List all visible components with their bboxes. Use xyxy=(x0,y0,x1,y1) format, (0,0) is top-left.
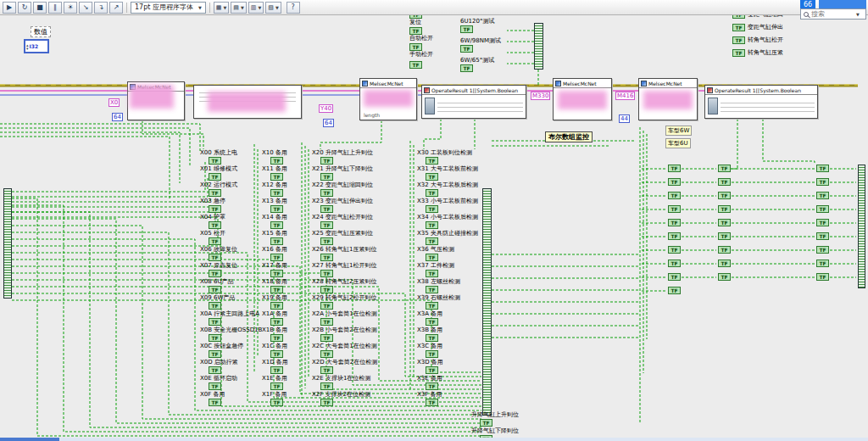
boolean-terminal[interactable]: TF xyxy=(426,350,438,358)
signal-row[interactable]: X24 变距气缸松开到位 TF xyxy=(312,214,377,230)
boolean-terminal[interactable]: TF xyxy=(320,237,333,245)
signal-row[interactable]: X1B 备用 TF xyxy=(262,327,288,343)
boolean-terminal[interactable]: TF xyxy=(426,173,438,181)
boolean-terminal[interactable]: TF xyxy=(209,237,221,245)
signal-label[interactable]: X28 转角气缸2压紧到位 xyxy=(312,278,377,286)
boolean-terminal[interactable]: TF xyxy=(409,61,422,69)
free-label-bool-monitor[interactable]: 布尔数组监控 xyxy=(545,131,593,142)
string-constant-m416[interactable]: M416 xyxy=(615,92,635,100)
signal-row[interactable]: X09 6W产品 TF xyxy=(200,294,262,310)
signal-label[interactable]: X07 原点复位 xyxy=(200,262,262,270)
signal-row[interactable]: X3C 备用 TF xyxy=(417,343,478,359)
signal-label[interactable]: X3F 备用 xyxy=(417,391,478,399)
signal-label[interactable]: 升降气缸上升到位 xyxy=(471,411,519,419)
boolean-terminal[interactable]: TF xyxy=(668,273,681,281)
signal-row[interactable]: X3B 备用 TF xyxy=(417,327,478,343)
signal-row[interactable]: X26 转角气缸1压紧到位 TF xyxy=(312,246,377,262)
signal-row[interactable]: X1D 备用 TF xyxy=(262,359,288,375)
signal-row[interactable]: X31 大号工装板前检测 TF xyxy=(417,165,478,181)
signal-label[interactable]: X0F 备用 xyxy=(200,391,262,399)
signal-row[interactable]: X2F 支撑块2在位检测 TF xyxy=(312,391,377,407)
signal-row[interactable]: X3E 备用 TF xyxy=(417,375,478,391)
boolean-terminal[interactable]: TF xyxy=(209,399,221,406)
signal-row[interactable]: X2C 大号套筒1在位检测 TF xyxy=(312,343,377,359)
boolean-terminal[interactable]: TF xyxy=(668,260,681,267)
toolbar-dropdown-button[interactable]: ▥▼ xyxy=(248,2,264,14)
signal-label[interactable]: X3C 备用 xyxy=(417,343,478,350)
boolean-terminal[interactable]: TF xyxy=(816,260,829,267)
boolean-array-terminal-right[interactable] xyxy=(858,165,865,288)
boolean-terminal[interactable]: TF xyxy=(320,382,333,390)
font-selector[interactable]: 17pt 应用程序字体▼ xyxy=(131,2,206,14)
signal-row[interactable]: X1F 备用 TF xyxy=(262,391,288,407)
signal-row[interactable]: X34 小号工装板后检测 TF xyxy=(417,214,478,230)
boolean-terminal[interactable]: TF xyxy=(426,382,438,390)
toolbar-dropdown-button[interactable]: ▦▼ xyxy=(214,2,229,14)
signal-row[interactable]: X20 升降气缸上升到位 TF xyxy=(312,149,377,165)
boolean-terminal[interactable]: TF xyxy=(718,232,731,240)
boolean-terminal[interactable]: TF xyxy=(668,246,681,254)
boolean-terminal[interactable]: TF xyxy=(320,157,333,165)
toolbar-button[interactable]: ↻ xyxy=(18,2,31,14)
boolean-array-terminal-left[interactable] xyxy=(3,188,12,299)
boolean-terminal[interactable]: TF xyxy=(320,366,333,374)
signal-row[interactable]: X12 备用 TF xyxy=(262,181,288,198)
signal-row[interactable]: X38 左螺丝检测 TF xyxy=(417,278,478,294)
search-input[interactable] xyxy=(811,10,854,18)
boolean-terminal[interactable]: TF xyxy=(426,399,438,406)
toolbar-dropdown-button[interactable]: ▧▼ xyxy=(265,2,281,14)
terminal-label[interactable]: 6U120°测试 xyxy=(460,18,501,25)
signal-label[interactable]: X2D 大号套筒2在位检测 xyxy=(312,359,377,366)
signal-label[interactable]: X2E 支撑块1在位检测 xyxy=(312,375,377,382)
boolean-terminal[interactable]: TF xyxy=(320,302,333,310)
boolean-terminal[interactable]: TF xyxy=(209,270,221,277)
toolbar-button[interactable]: ■ xyxy=(33,2,47,14)
signal-label[interactable]: X1E 备用 xyxy=(262,375,288,382)
property-node[interactable] xyxy=(193,85,302,119)
boolean-terminal[interactable]: TF xyxy=(718,192,731,199)
signal-label[interactable]: X39 右螺丝检测 xyxy=(417,294,478,302)
terminal-label[interactable]: 转角气缸松开 xyxy=(748,36,783,44)
signal-label[interactable]: X27 转角气缸1松开到位 xyxy=(312,262,377,270)
boolean-with-label[interactable]: TF 变距气缸伸出 xyxy=(732,21,783,34)
signal-row[interactable]: X08 6U产品 TF xyxy=(200,278,262,294)
boolean-terminal[interactable]: TF xyxy=(270,205,283,213)
boolean-terminal[interactable]: TF xyxy=(718,260,731,267)
boolean-terminal[interactable]: TF xyxy=(320,173,333,181)
signal-label[interactable]: X11 备用 xyxy=(262,165,288,173)
signal-label[interactable]: X08 6U产品 xyxy=(200,278,262,286)
signal-label[interactable]: X0E 循环启动 xyxy=(200,375,262,382)
signal-label[interactable]: X1F 备用 xyxy=(262,391,288,399)
signal-row[interactable]: X39 右螺丝检测 TF xyxy=(417,294,478,310)
boolean-terminal[interactable]: TF xyxy=(718,246,731,254)
boolean-terminal[interactable]: TF xyxy=(320,270,333,277)
melsec-node-3[interactable]: MelsecMcNet xyxy=(553,78,612,120)
boolean-terminal[interactable]: TF xyxy=(718,178,731,186)
help-button[interactable]: ? xyxy=(287,2,300,14)
signal-label[interactable]: X0A 拧紧主回路上电A xyxy=(200,310,262,318)
boolean-terminal[interactable]: TF xyxy=(816,219,829,226)
operate-result-node-1[interactable]: OperateResult 1[[System.Boolean xyxy=(421,85,526,119)
signal-row[interactable]: X22 变距气缸缩回到位 TF xyxy=(312,181,377,198)
boolean-terminal[interactable]: TF xyxy=(426,254,438,261)
boolean-terminal[interactable]: TF xyxy=(426,334,438,342)
toolbar-button[interactable]: ☀ xyxy=(64,2,77,14)
signal-row[interactable]: X2A 小号套筒1在位检测 TF xyxy=(312,310,377,327)
boolean-terminal[interactable]: TF xyxy=(426,189,438,197)
signal-row[interactable]: X14 备用 TF xyxy=(262,214,288,230)
boolean-terminal[interactable]: TF xyxy=(270,399,283,406)
signal-label[interactable]: X15 备用 xyxy=(262,230,288,237)
signal-row[interactable]: X33 小号工装板前检测 TF xyxy=(417,198,478,214)
boolean-with-label[interactable]: TF 转角气缸压紧 xyxy=(732,47,783,59)
terminal-label[interactable]: 变距气缸伸出 xyxy=(748,24,783,31)
boolean-terminal[interactable]: TF xyxy=(668,165,681,172)
signal-label[interactable]: X38 左螺丝检测 xyxy=(417,278,478,286)
boolean-terminal[interactable]: TF xyxy=(718,205,731,213)
signal-row[interactable]: X19 备用 TF xyxy=(262,294,288,310)
boolean-terminal[interactable]: TF xyxy=(426,270,438,277)
signal-row[interactable]: X0A 拧紧主回路上电A TF xyxy=(200,310,262,327)
signal-row[interactable]: X05 松开 TF xyxy=(200,230,262,246)
signal-label[interactable]: X29 转角气缸2松开到位 xyxy=(312,294,377,302)
boolean-terminal[interactable]: TF xyxy=(320,350,333,358)
signal-label[interactable]: X2A 小号套筒1在位检测 xyxy=(312,310,377,318)
